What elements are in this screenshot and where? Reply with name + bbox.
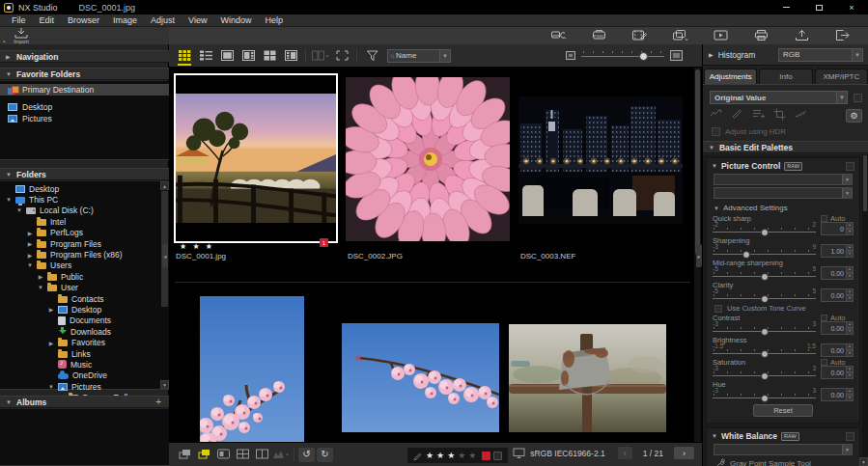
rotate-ccw-button[interactable]: ↺ bbox=[298, 448, 315, 462]
image-filmstrip-view-button[interactable]: .vst{stroke:currentColor;fill:none;strok… bbox=[238, 46, 258, 66]
section-checkbox[interactable] bbox=[846, 432, 854, 441]
slider-value[interactable]: 0.00 bbox=[821, 321, 847, 335]
favorite-item-pictures[interactable]: Pictures bbox=[0, 113, 169, 124]
slider-track[interactable] bbox=[713, 327, 816, 335]
star-filled-icon[interactable]: ★ bbox=[426, 451, 434, 460]
slider-track[interactable] bbox=[713, 394, 816, 401]
folder-tree-item-users[interactable]: ▼Users bbox=[0, 260, 159, 271]
settings-gear-button[interactable]: ⚙ bbox=[846, 109, 862, 123]
single-preview-button[interactable]: .vst{stroke:currentColor;fill:none;strok… bbox=[213, 446, 233, 463]
folder-tree-item-program-files[interactable]: ▶Program Files bbox=[0, 238, 159, 249]
slider-track[interactable] bbox=[713, 294, 816, 302]
previous-image-button[interactable]: ‹ bbox=[618, 447, 632, 459]
picture-control-select-1[interactable]: ▼ bbox=[714, 174, 853, 185]
copy-adjustments-icon[interactable]: .vst{stroke:currentColor;fill:none;strok… bbox=[710, 107, 722, 124]
star-empty-icon[interactable]: ★ bbox=[468, 451, 476, 460]
tab-xmp-iptc[interactable]: XMP/IPTC bbox=[815, 69, 868, 84]
slider-value[interactable]: 0 bbox=[821, 222, 847, 235]
slider-value[interactable]: 0.00 bbox=[821, 366, 847, 379]
favorite-item-primary-destination[interactable]: Primary Destination bbox=[0, 84, 169, 96]
folder-tree-item-contacts[interactable]: Contacts bbox=[0, 293, 159, 304]
folders-section-header[interactable]: ▼ Folders bbox=[0, 168, 169, 180]
folder-tree-item-local-disk-c[interactable]: ▼Local Disk (C:) bbox=[0, 206, 159, 216]
value-spinner[interactable]: ▲▼ bbox=[847, 366, 854, 379]
thumbnail-row2-3[interactable] bbox=[200, 296, 304, 442]
slider-knob[interactable] bbox=[742, 251, 750, 259]
filmstrip-right-view-button[interactable]: .vst{stroke:currentColor;fill:none;strok… bbox=[281, 46, 300, 66]
value-spinner[interactable]: ▲▼ bbox=[847, 244, 854, 258]
slider-knob[interactable] bbox=[639, 52, 648, 61]
thumbnail-size-slider[interactable] bbox=[581, 50, 664, 62]
crop-icon[interactable]: .vst{stroke:currentColor;fill:none;strok… bbox=[773, 107, 786, 124]
filter-button[interactable]: .vst{stroke:currentColor;fill:none;strok… bbox=[362, 46, 381, 66]
folder-tree-item-perflogs[interactable]: ▶PerfLogs bbox=[0, 228, 159, 238]
maximize-button[interactable] bbox=[802, 0, 835, 14]
folder-tree-item-intel[interactable]: Intel bbox=[0, 216, 159, 227]
star-empty-icon[interactable]: ★ bbox=[458, 451, 465, 460]
thumbnail-row2-4[interactable] bbox=[342, 323, 499, 432]
folder-tree-item-downloads[interactable]: Downloads bbox=[0, 326, 159, 337]
favorite-folders-section-header[interactable]: ▼ Favorite Folders bbox=[0, 68, 169, 80]
folder-tree-item-desktop[interactable]: ▶Desktop bbox=[0, 304, 159, 315]
reset-button[interactable]: Reset bbox=[753, 404, 813, 417]
four-preview-button[interactable]: .vst{stroke:currentColor;fill:none;strok… bbox=[233, 446, 252, 463]
slider-value[interactable]: 0.00 bbox=[821, 288, 847, 302]
filmstrip-view-button[interactable]: .vst{stroke:currentColor;fill:none;strok… bbox=[194, 446, 213, 463]
slider-knob[interactable] bbox=[761, 372, 769, 380]
thumbnail-larger-button[interactable] bbox=[670, 50, 683, 61]
slider-track[interactable] bbox=[713, 371, 816, 379]
toolbar-collapse-arrow[interactable]: ▴ bbox=[3, 39, 6, 43]
value-spinner[interactable]: ▲▼ bbox=[847, 288, 854, 302]
menu-window[interactable]: Window bbox=[214, 15, 257, 25]
value-spinner[interactable]: ▲▼ bbox=[847, 321, 854, 335]
close-button[interactable]: × bbox=[835, 0, 868, 14]
multi-view-button[interactable]: .vst{stroke:currentColor;fill:none;strok… bbox=[260, 46, 279, 66]
chevron-down-icon[interactable]: ▼ bbox=[48, 384, 54, 390]
folder-tree-item-public[interactable]: ▶Public bbox=[0, 271, 159, 282]
folder-tree-item-documents[interactable]: Documents bbox=[0, 315, 159, 326]
folder-tree-item-music[interactable]: Music bbox=[0, 359, 159, 370]
folder-tree-item-favorites[interactable]: ▶Favorites bbox=[0, 337, 159, 347]
add-album-button[interactable]: + bbox=[155, 398, 161, 406]
next-image-button[interactable]: › bbox=[674, 447, 694, 459]
slider-knob[interactable] bbox=[761, 395, 769, 402]
value-spinner[interactable]: ▲▼ bbox=[847, 222, 854, 235]
albums-section-header[interactable]: ▼ Albums + bbox=[0, 396, 169, 408]
grid-view-button[interactable]: .vst{stroke:currentColor;fill:none;strok… bbox=[175, 46, 194, 66]
folder-tree-item-desktop[interactable]: Desktop bbox=[0, 183, 159, 194]
menu-file[interactable]: File bbox=[6, 15, 32, 25]
folder-tree-item-links[interactable]: Links bbox=[0, 348, 159, 359]
white-balance-select[interactable]: ▼ bbox=[714, 444, 853, 455]
slider-value[interactable]: 1.00 bbox=[821, 244, 847, 258]
split-preview-button[interactable]: .vst{stroke:currentColor;fill:none;strok… bbox=[252, 446, 271, 463]
value-spinner[interactable]: ▲▼ bbox=[847, 343, 854, 357]
menu-browser[interactable]: Browser bbox=[62, 15, 105, 25]
chevron-down-icon[interactable]: ▼ bbox=[27, 262, 33, 268]
value-spinner[interactable]: ▲▼ bbox=[847, 388, 854, 401]
slider-knob[interactable] bbox=[761, 273, 769, 281]
red-label-button[interactable] bbox=[482, 452, 490, 460]
panel-scroll-down-button[interactable]: ▼ bbox=[859, 457, 868, 466]
auto-checkbox[interactable] bbox=[821, 359, 827, 366]
advanced-settings-header[interactable]: ▼Advanced Settings bbox=[714, 203, 854, 213]
menu-image[interactable]: Image bbox=[107, 15, 143, 25]
thumbnail-dsc-0003-nef[interactable] bbox=[518, 96, 683, 224]
chevron-down-icon[interactable]: ▼ bbox=[16, 207, 22, 213]
slider-track[interactable] bbox=[713, 272, 816, 280]
thumbnail-dsc-0002-jpg[interactable] bbox=[346, 77, 510, 241]
list-view-button[interactable]: .vst{stroke:currentColor;fill:none;strok… bbox=[196, 46, 215, 66]
menu-edit[interactable]: Edit bbox=[34, 15, 61, 25]
adjustment-preset-select[interactable]: Original Value ▼ bbox=[710, 91, 848, 104]
histogram-header[interactable]: ▶ Histogram RGB ▼ bbox=[703, 44, 868, 66]
folder-tree-item-this-pc[interactable]: ▼This PC bbox=[0, 194, 159, 205]
import-button[interactable]: Import bbox=[14, 27, 29, 44]
histogram-channel-select[interactable]: RGB ▼ bbox=[778, 48, 863, 62]
star-filled-icon[interactable]: ★ bbox=[436, 451, 444, 460]
tone-curve-checkbox[interactable] bbox=[714, 305, 722, 313]
auto-checkbox[interactable] bbox=[821, 315, 827, 321]
chevron-down-icon[interactable]: ▼ bbox=[6, 197, 12, 203]
section-checkbox[interactable] bbox=[846, 162, 854, 171]
single-image-view-button[interactable]: .vst{stroke:currentColor;fill:none;strok… bbox=[217, 46, 237, 66]
thumbnail-dsc-0001-jpg[interactable] bbox=[174, 73, 338, 243]
thumbnail-rating-stars[interactable]: ★ ★ ★ bbox=[180, 242, 214, 251]
